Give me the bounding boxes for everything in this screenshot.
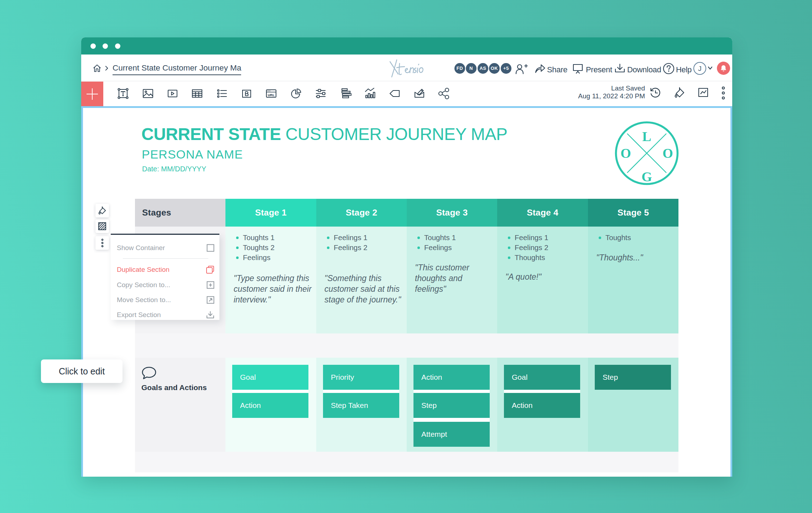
svg-text:O: O <box>620 146 631 161</box>
svg-text:O: O <box>662 146 673 161</box>
svg-text:L: L <box>642 129 651 144</box>
svg-text:G: G <box>641 169 652 184</box>
svg-text:URL: URL <box>268 93 275 97</box>
